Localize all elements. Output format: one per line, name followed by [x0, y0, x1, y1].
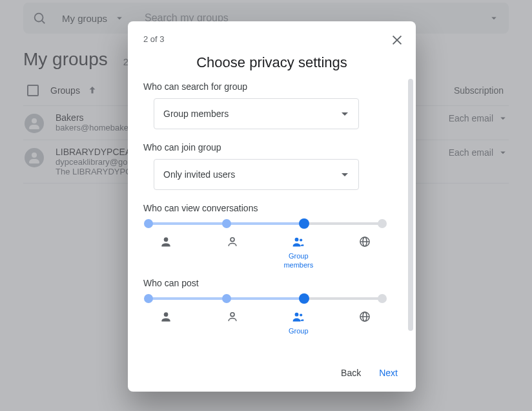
- option-public-icon: [342, 235, 387, 270]
- who-can-post-slider[interactable]: Group: [143, 295, 387, 336]
- option-label: Group: [289, 327, 309, 336]
- option-label: Group members: [276, 252, 321, 270]
- slider-stop[interactable]: [144, 294, 153, 303]
- view-conversations-slider[interactable]: Group members: [143, 220, 387, 270]
- slider-stop[interactable]: [378, 219, 387, 228]
- select-value: Only invited users: [163, 169, 235, 180]
- option-public-icon: [342, 310, 387, 336]
- option-owner-icon: [143, 235, 189, 270]
- option-manager-icon: [210, 235, 255, 270]
- view-conversations-label: Who can view conversations: [143, 203, 387, 213]
- svg-point-6: [295, 238, 299, 242]
- option-owner-icon: [143, 310, 189, 336]
- privacy-settings-dialog: 2 of 3 Choose privacy settings Who can s…: [128, 21, 416, 392]
- slider-stop-selected[interactable]: [299, 293, 309, 304]
- dialog-title: Choose privacy settings: [143, 54, 400, 71]
- svg-point-12: [230, 312, 234, 316]
- svg-point-14: [300, 313, 302, 316]
- stepper-label: 2 of 3: [143, 34, 400, 44]
- slider-stop[interactable]: [144, 219, 153, 228]
- who-can-post-label: Who can post: [143, 278, 387, 288]
- search-visibility-label: Who can search for group: [143, 81, 387, 92]
- svg-point-4: [164, 237, 169, 242]
- slider-stop[interactable]: [222, 219, 231, 228]
- join-select[interactable]: Only invited users: [154, 159, 359, 190]
- back-button[interactable]: Back: [341, 368, 361, 378]
- select-value: Group members: [163, 109, 229, 119]
- option-group-members-icon: Group members: [276, 235, 321, 270]
- search-visibility-select[interactable]: Group members: [154, 98, 359, 129]
- dropdown-caret-icon: [342, 173, 348, 176]
- dropdown-caret-icon: [342, 112, 348, 116]
- svg-point-13: [295, 312, 299, 316]
- slider-stop-selected[interactable]: [299, 218, 309, 229]
- svg-point-7: [300, 238, 302, 241]
- option-group-members-icon: Group: [276, 310, 321, 336]
- next-button[interactable]: Next: [379, 368, 398, 378]
- slider-stop[interactable]: [222, 294, 231, 303]
- close-button[interactable]: [390, 33, 404, 47]
- slider-stop[interactable]: [378, 294, 387, 303]
- join-label: Who can join group: [143, 142, 387, 153]
- svg-point-5: [230, 238, 234, 242]
- option-manager-icon: [210, 310, 255, 336]
- svg-point-11: [164, 312, 169, 317]
